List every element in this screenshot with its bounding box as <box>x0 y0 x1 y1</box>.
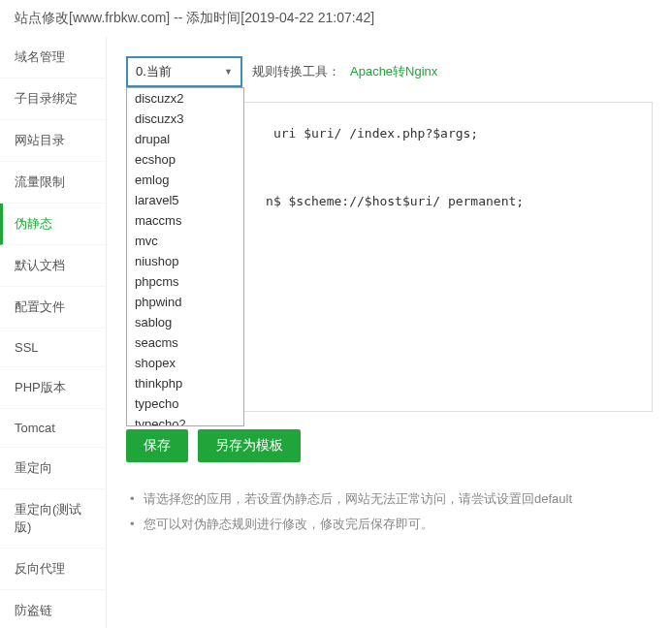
sidebar-item[interactable]: 域名管理 <box>0 37 106 78</box>
dropdown-option[interactable]: typecho <box>127 393 243 414</box>
sidebar-item[interactable]: 伪静态 <box>0 204 106 245</box>
sidebar-item[interactable]: PHP版本 <box>0 367 106 409</box>
sidebar-item[interactable]: SSL <box>0 329 106 367</box>
dropdown-option[interactable]: sablog <box>127 312 243 332</box>
dropdown-option[interactable]: emlog <box>127 170 243 190</box>
sidebar-item[interactable]: 配置文件 <box>0 287 106 329</box>
dropdown-option[interactable]: seacms <box>127 332 243 353</box>
sidebar-item[interactable]: 流量限制 <box>0 162 106 204</box>
sidebar-item[interactable]: Tomcat <box>0 409 106 448</box>
dropdown-option[interactable]: niushop <box>127 251 243 271</box>
sidebar-item[interactable]: 反向代理 <box>0 549 106 590</box>
dropdown-option[interactable]: mvc <box>127 231 243 251</box>
tip-item: 您可以对伪静态规则进行修改，修改完后保存即可。 <box>126 512 653 537</box>
apache-to-nginx-link[interactable]: Apache转Nginx <box>350 63 437 80</box>
dropdown-option[interactable]: thinkphp <box>127 373 243 393</box>
template-dropdown[interactable]: discuzx2discuzx3drupalecshopemloglaravel… <box>126 87 244 426</box>
dropdown-option[interactable]: phpcms <box>127 271 243 292</box>
save-as-template-button[interactable]: 另存为模板 <box>198 429 301 462</box>
sidebar-item[interactable]: 网站目录 <box>0 120 106 162</box>
template-select[interactable]: 0.当前 <box>126 56 242 87</box>
page-title: 站点修改[www.frbkw.com] -- 添加时间[2019-04-22 2… <box>0 0 672 37</box>
dropdown-option[interactable]: laravel5 <box>127 190 243 210</box>
convert-label: 规则转换工具： <box>252 63 340 80</box>
sidebar-item[interactable]: 重定向 <box>0 448 106 489</box>
sidebar-item[interactable]: 默认文档 <box>0 245 106 287</box>
dropdown-option[interactable]: ecshop <box>127 149 243 170</box>
sidebar-item[interactable]: 重定向(测试版) <box>0 489 106 549</box>
dropdown-option[interactable]: maccms <box>127 210 243 231</box>
sidebar: 域名管理子目录绑定网站目录流量限制伪静态默认文档配置文件SSLPHP版本Tomc… <box>0 37 107 628</box>
dropdown-option[interactable]: drupal <box>127 129 243 149</box>
main-content: 0.当前 discuzx2discuzx3drupalecshopemlogla… <box>107 37 672 628</box>
dropdown-option[interactable]: typecho2 <box>127 414 243 426</box>
sidebar-item[interactable]: 子目录绑定 <box>0 78 106 120</box>
tips-list: 请选择您的应用，若设置伪静态后，网站无法正常访问，请尝试设置回default您可… <box>126 487 653 537</box>
dropdown-option[interactable]: phpwind <box>127 292 243 312</box>
dropdown-option[interactable]: discuzx3 <box>127 109 243 129</box>
save-button[interactable]: 保存 <box>126 429 188 462</box>
template-select-wrapper: 0.当前 discuzx2discuzx3drupalecshopemlogla… <box>126 56 242 87</box>
dropdown-option[interactable]: discuzx2 <box>127 88 243 109</box>
sidebar-item[interactable]: 防盗链 <box>0 590 106 628</box>
dropdown-option[interactable]: shopex <box>127 353 243 373</box>
tip-item: 请选择您的应用，若设置伪静态后，网站无法正常访问，请尝试设置回default <box>126 487 653 512</box>
select-value: 0.当前 <box>136 63 172 80</box>
